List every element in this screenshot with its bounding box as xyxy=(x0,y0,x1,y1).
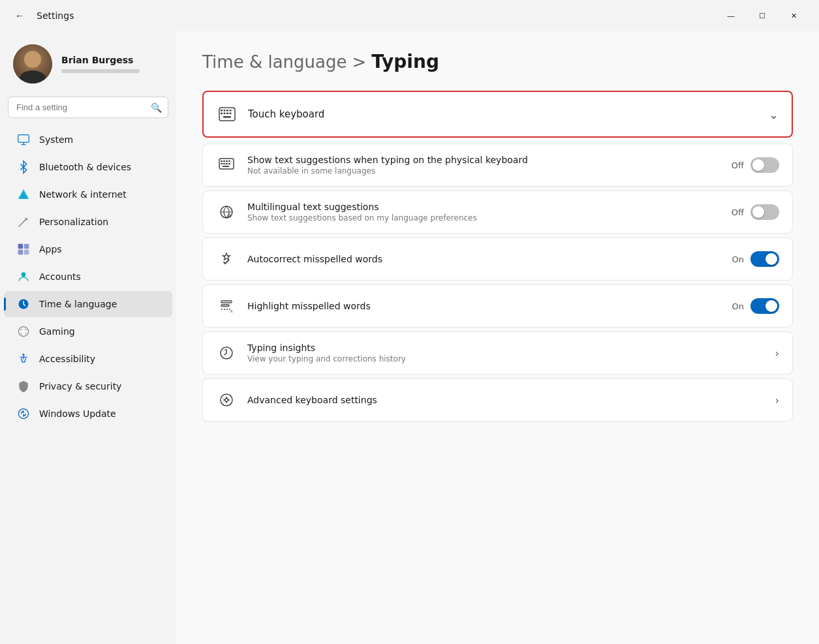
nav-personalization[interactable]: Personalization xyxy=(4,209,172,235)
page-header: Time & language > Typing xyxy=(202,51,793,72)
nav-accessibility[interactable]: Accessibility xyxy=(4,346,172,372)
text-suggestions-text: Show text suggestions when typing on the… xyxy=(247,155,721,176)
svg-point-7 xyxy=(22,272,26,277)
nav-network[interactable]: Network & internet xyxy=(4,181,172,207)
svg-rect-35 xyxy=(223,166,229,167)
svg-rect-6 xyxy=(24,250,29,255)
svg-point-9 xyxy=(19,327,29,337)
svg-point-14 xyxy=(22,354,24,356)
highlight-control: On xyxy=(732,298,779,314)
nav-time-language[interactable]: Time & language xyxy=(4,291,172,317)
svg-rect-29 xyxy=(226,161,228,162)
highlight-row: A Highlight misspelled words On xyxy=(203,285,792,327)
sidebar: Brian Burgess 🔍 System xyxy=(0,31,176,644)
minimize-button[interactable]: — xyxy=(716,5,746,26)
privacy-label: Privacy & security xyxy=(39,381,121,391)
text-suggestions-toggle[interactable] xyxy=(750,157,779,173)
system-label: System xyxy=(39,134,73,145)
svg-rect-23 xyxy=(226,113,228,115)
advanced-keyboard-card[interactable]: Advanced keyboard settings › xyxy=(202,378,793,422)
svg-point-42 xyxy=(221,394,232,406)
accounts-label: Accounts xyxy=(39,271,81,282)
text-suggestions-row: Show text suggestions when typing on the… xyxy=(203,144,792,186)
nav-apps[interactable]: Apps xyxy=(4,236,172,262)
nav-windows-update[interactable]: Windows Update xyxy=(4,401,172,427)
search-box: 🔍 xyxy=(8,97,168,118)
multilingual-subtitle: Show text suggestions based on my langua… xyxy=(247,213,721,222)
highlight-toggle[interactable] xyxy=(750,298,779,314)
advanced-keyboard-title: Advanced keyboard settings xyxy=(247,395,765,405)
touch-keyboard-title: Touch keyboard xyxy=(248,108,758,120)
svg-rect-39 xyxy=(221,305,229,307)
svg-rect-32 xyxy=(223,163,225,164)
system-icon xyxy=(17,133,30,146)
time-language-label: Time & language xyxy=(39,299,117,309)
autocorrect-toggle[interactable] xyxy=(750,251,779,267)
touch-keyboard-chevron: ⌄ xyxy=(769,108,779,121)
svg-rect-0 xyxy=(18,135,29,143)
apps-icon xyxy=(17,243,30,256)
maximize-button[interactable]: ☐ xyxy=(747,5,777,26)
bluetooth-icon xyxy=(17,161,30,174)
touch-keyboard-row[interactable]: Touch keyboard ⌄ xyxy=(204,92,792,136)
touch-keyboard-card[interactable]: Touch keyboard ⌄ xyxy=(202,91,793,138)
nav-gaming[interactable]: Gaming xyxy=(4,318,172,345)
nav-system[interactable]: System xyxy=(4,127,172,153)
multilingual-text: Multilingual text suggestions Show text … xyxy=(247,202,721,222)
svg-point-12 xyxy=(21,333,22,335)
time-language-icon xyxy=(17,298,30,311)
multilingual-toggle[interactable] xyxy=(750,204,779,220)
multilingual-control: Off xyxy=(732,204,779,220)
svg-rect-24 xyxy=(230,113,232,115)
search-icon: 🔍 xyxy=(151,102,162,113)
multilingual-card: A Multilingual text suggestions Show tex… xyxy=(202,191,793,234)
svg-rect-28 xyxy=(223,161,225,162)
apps-label: Apps xyxy=(39,244,62,254)
network-label: Network & internet xyxy=(39,189,127,200)
windows-update-label: Windows Update xyxy=(39,408,116,419)
svg-point-13 xyxy=(25,333,27,335)
svg-text:A: A xyxy=(229,309,233,314)
text-suggestions-card: Show text suggestions when typing on the… xyxy=(202,144,793,187)
text-suggestions-toggle-label: Off xyxy=(732,161,744,170)
advanced-keyboard-row[interactable]: Advanced keyboard settings › xyxy=(203,379,792,421)
app-title: Settings xyxy=(37,10,74,21)
typing-insights-text: Typing insights View your typing and cor… xyxy=(247,343,765,363)
highlight-toggle-label: On xyxy=(732,301,744,311)
nav-accounts[interactable]: Accounts xyxy=(4,264,172,290)
typing-insights-title: Typing insights xyxy=(247,343,765,353)
avatar xyxy=(13,44,52,84)
svg-point-15 xyxy=(19,409,29,419)
text-suggestions-title: Show text suggestions when typing on the… xyxy=(247,155,721,165)
search-input[interactable] xyxy=(8,97,168,118)
typing-insights-card[interactable]: Typing insights View your typing and cor… xyxy=(202,331,793,375)
close-button[interactable]: ✕ xyxy=(779,5,809,26)
svg-point-11 xyxy=(25,329,27,330)
typing-insights-subtitle: View your typing and corrections history xyxy=(247,354,765,363)
svg-rect-21 xyxy=(221,113,223,115)
nav-bluetooth[interactable]: Bluetooth & devices xyxy=(4,154,172,180)
svg-rect-18 xyxy=(224,110,226,112)
svg-rect-19 xyxy=(226,110,228,112)
svg-point-43 xyxy=(225,399,228,402)
user-name: Brian Burgess xyxy=(61,55,140,65)
accounts-icon xyxy=(17,270,30,283)
gaming-icon xyxy=(17,325,30,338)
personalization-icon xyxy=(17,215,30,228)
nav-privacy[interactable]: Privacy & security xyxy=(4,373,172,399)
typing-insights-chevron: › xyxy=(775,347,779,360)
svg-rect-33 xyxy=(226,163,228,164)
autocorrect-text: Autocorrect misspelled words xyxy=(247,254,722,264)
page-title: Typing xyxy=(371,51,439,72)
autocorrect-toggle-label: On xyxy=(732,254,744,264)
svg-point-10 xyxy=(21,329,22,330)
autocorrect-row: Autocorrect misspelled words On xyxy=(203,238,792,280)
svg-rect-27 xyxy=(221,161,223,162)
typing-insights-row[interactable]: Typing insights View your typing and cor… xyxy=(203,332,792,374)
bluetooth-label: Bluetooth & devices xyxy=(39,162,131,172)
autocorrect-title: Autocorrect misspelled words xyxy=(247,254,722,264)
title-bar: ← Settings — ☐ ✕ xyxy=(0,0,819,31)
back-button[interactable]: ← xyxy=(10,7,29,25)
main-content: Time & language > Typing xyxy=(176,31,819,644)
accessibility-label: Accessibility xyxy=(39,354,95,364)
